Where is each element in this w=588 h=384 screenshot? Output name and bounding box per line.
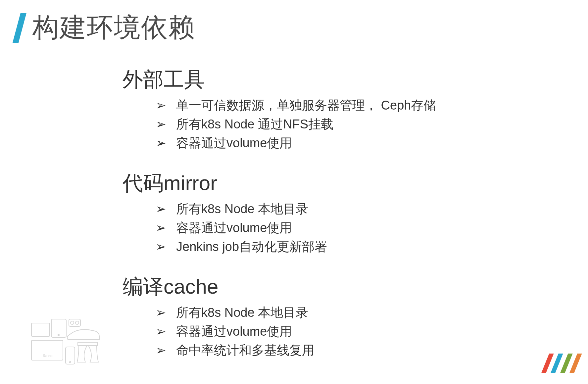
bullet-text: 容器通过volume使用 xyxy=(176,218,292,237)
section-heading: 代码mirror xyxy=(122,169,571,197)
list-item: ➢ 容器通过volume使用 xyxy=(156,218,571,237)
svg-point-4 xyxy=(71,321,74,324)
list-item: ➢ 所有k8s Node 本地目录 xyxy=(156,303,571,322)
section-code-mirror: 代码mirror ➢ 所有k8s Node 本地目录 ➢ 容器通过volume使… xyxy=(122,169,571,256)
svg-text:Screen: Screen xyxy=(43,354,53,358)
title-accent-bar xyxy=(13,13,26,43)
bullet-icon: ➢ xyxy=(156,303,166,322)
bullet-text: Jenkins job自动化更新部署 xyxy=(176,237,327,256)
svg-point-5 xyxy=(75,321,79,324)
bullet-icon: ➢ xyxy=(156,115,166,134)
bullet-list: ➢ 所有k8s Node 本地目录 ➢ 容器通过volume使用 ➢ Jenki… xyxy=(156,200,571,256)
bullet-icon: ➢ xyxy=(156,322,166,341)
bullet-text: 容器通过volume使用 xyxy=(176,134,292,153)
bullet-text: 所有k8s Node 本地目录 xyxy=(176,200,308,218)
bullet-text: 容器通过volume使用 xyxy=(176,322,292,341)
section-external-tools: 外部工具 ➢ 单一可信数据源，单独服务器管理， Ceph存储 ➢ 所有k8s N… xyxy=(122,66,571,153)
slide-title: 构建环境依赖 xyxy=(32,10,195,46)
slide: 构建环境依赖 外部工具 ➢ 单一可信数据源，单独服务器管理， Ceph存储 ➢ … xyxy=(0,0,588,384)
bullet-icon: ➢ xyxy=(156,200,166,218)
corner-logo xyxy=(542,354,578,374)
title-row: 构建环境依赖 xyxy=(17,10,571,46)
list-item: ➢ 所有k8s Node 本地目录 xyxy=(156,200,571,218)
bullet-list: ➢ 单一可信数据源，单独服务器管理， Ceph存储 ➢ 所有k8s Node 通… xyxy=(156,96,571,153)
list-item: ➢ 所有k8s Node 通过NFS挂载 xyxy=(156,115,571,134)
bullet-icon: ➢ xyxy=(156,218,166,237)
svg-point-9 xyxy=(70,361,71,363)
bullet-icon: ➢ xyxy=(156,341,166,360)
svg-point-2 xyxy=(58,334,59,336)
bullet-icon: ➢ xyxy=(156,237,166,256)
svg-rect-0 xyxy=(31,323,50,336)
section-compile-cache: 编译cache ➢ 所有k8s Node 本地目录 ➢ 容器通过volume使用… xyxy=(122,273,571,360)
list-item: ➢ Jenkins job自动化更新部署 xyxy=(156,237,571,256)
bullet-text: 所有k8s Node 通过NFS挂载 xyxy=(176,115,333,134)
bullet-text: 命中率统计和多基线复用 xyxy=(176,341,315,360)
device-decoration-icon: Screen xyxy=(30,316,103,367)
list-item: ➢ 命中率统计和多基线复用 xyxy=(156,341,571,360)
bullet-text: 所有k8s Node 本地目录 xyxy=(176,303,308,322)
list-item: ➢ 单一可信数据源，单独服务器管理， Ceph存储 xyxy=(156,96,571,115)
bullet-list: ➢ 所有k8s Node 本地目录 ➢ 容器通过volume使用 ➢ 命中率统计… xyxy=(156,303,571,360)
content-area: 外部工具 ➢ 单一可信数据源，单独服务器管理， Ceph存储 ➢ 所有k8s N… xyxy=(122,66,571,360)
bullet-icon: ➢ xyxy=(156,134,166,153)
bullet-icon: ➢ xyxy=(156,96,166,115)
bullet-text: 单一可信数据源，单独服务器管理， Ceph存储 xyxy=(176,96,436,115)
section-heading: 编译cache xyxy=(122,273,571,301)
list-item: ➢ 容器通过volume使用 xyxy=(156,322,571,341)
list-item: ➢ 容器通过volume使用 xyxy=(156,134,571,153)
section-heading: 外部工具 xyxy=(122,66,571,93)
